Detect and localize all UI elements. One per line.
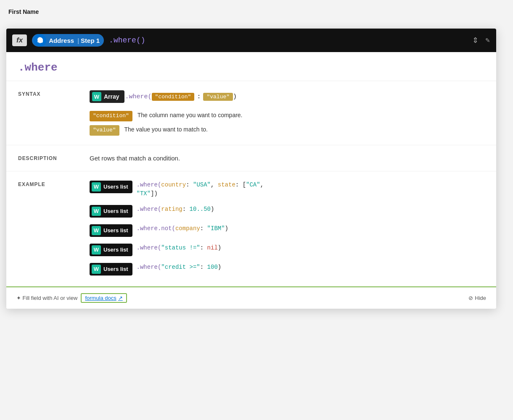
expand-button[interactable]: ⇕ [472,36,479,45]
value-badge-inline: "value" [90,125,119,136]
users-list-label-3: Users list [103,227,128,234]
formula-docs-label: formula docs [85,295,116,301]
syntax-label: SYNTAX [18,90,64,97]
ai-fill-text: ✦ Fill field with AI or view [16,295,77,301]
w-icon-2: W [92,207,101,216]
w-icon-5: W [92,265,101,274]
example-1: W Users list .where(country: "USA", stat… [90,181,484,198]
description-content: Get rows that match a condition. [90,155,484,162]
users-list-label-5: Users list [103,266,128,272]
external-link-icon: ↗ [118,295,123,301]
users-list-badge-5: W Users list [90,263,132,276]
hide-icon: ⊘ [468,295,473,301]
hide-label: Hide [475,295,486,301]
example-3: W Users list .where.not(company: "IBM") [90,224,484,237]
condition-param-badge: "condition" [152,93,195,101]
example-content: W Users list .where(country: "USA", stat… [90,181,484,282]
example-code-4: .where("status !=": nil) [137,244,484,252]
breadcrumb-step: Step 1 [81,37,104,44]
value-param-badge: "value" [203,93,233,101]
description-label: DESCRIPTION [18,155,64,161]
salesforce-logo [34,34,46,47]
array-label: Array [104,93,119,100]
w-icon-1: W [92,182,101,192]
array-badge: W Array [90,90,124,103]
condition-badge-inline: "condition" [90,111,132,121]
example-code-3: .where.not(company: "IBM") [137,224,484,233]
example-2: W Users list .where(rating: 10..50) [90,205,484,218]
close-paren: ) [233,93,237,100]
users-list-label-4: Users list [103,247,128,253]
users-list-label-2: Users list [103,208,128,214]
example-code-5: .where("credit >=": 100) [137,263,484,272]
users-list-badge-4: W Users list [90,244,132,256]
users-list-badge-3: W Users list [90,224,132,237]
where-method: .where( [125,93,152,100]
first-name-label: First Name [8,8,505,15]
w-icon: W [92,92,101,101]
formula-docs-link[interactable]: formula docs ↗ [81,293,127,303]
formula-display: .where() [109,36,467,45]
example-4: W Users list .where("status !=": nil) [90,244,484,256]
condition-desc: "condition" The column name you want to … [90,110,484,121]
users-list-badge-1: W Users list [90,181,132,193]
breadcrumb-pill[interactable]: Address | Step 1 [32,34,104,47]
syntax-line: W Array .where( "condition" : "value" ) [90,90,484,103]
users-list-badge-2: W Users list [90,205,132,218]
fx-badge: fx [12,34,27,46]
users-list-label-1: Users list [103,184,128,190]
syntax-section: SYNTAX W Array .where( "condition" : "va… [6,81,496,145]
example-code-1: .where(country: "USA", state: ["CA", "TX… [137,181,484,198]
hide-button[interactable]: ⊘ Hide [468,295,486,301]
breadcrumb-address: Address [49,37,76,44]
where-doc-popup: fx Address | Step 1 .where() ⇕ ✎ .where … [6,29,496,309]
popup-content[interactable]: .where SYNTAX W Array .where( "condition… [6,52,496,286]
value-desc: "value" The value you want to match to. [90,125,484,136]
popup-topbar: fx Address | Step 1 .where() ⇕ ✎ [6,29,496,52]
example-5: W Users list .where("credit >=": 100) [90,263,484,276]
w-icon-4: W [92,245,101,255]
syntax-colon: : [197,93,201,100]
example-section: EXAMPLE W Users list .where(country: "US… [6,171,496,286]
popup-bottombar: ✦ Fill field with AI or view formula doc… [6,286,496,309]
example-code-2: .where(rating: 10..50) [137,205,484,214]
description-text: Get rows that match a condition. [90,155,484,162]
breadcrumb-separator: | [76,37,81,44]
description-section: DESCRIPTION Get rows that match a condit… [6,145,496,171]
edit-icon[interactable]: ✎ [485,37,490,44]
w-icon-3: W [92,226,101,235]
where-title: .where [6,52,496,81]
syntax-content: W Array .where( "condition" : "value" ) … [90,90,484,136]
example-label: EXAMPLE [18,181,64,187]
